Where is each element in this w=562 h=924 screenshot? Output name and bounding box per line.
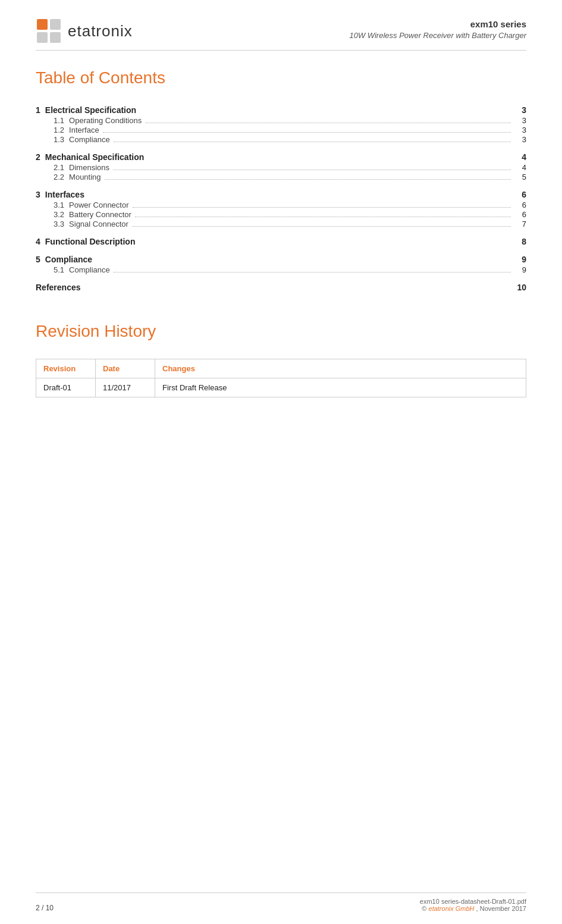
toc-sub-num-2-1: 2.1 <box>54 163 64 172</box>
page-footer: 2 / 10 exm10 series-datasheet-Draft-01.p… <box>36 892 526 912</box>
footer-copyright: © etatronix GmbH , November 2017 <box>420 905 526 912</box>
page: etatronix exm10 series 10W Wireless Powe… <box>0 0 562 924</box>
toc-sub-page-5-1: 9 <box>514 265 526 274</box>
toc-sub-label-3-1: Power Connector <box>69 201 128 209</box>
toc-main-entry-1: 1 Electrical Specification 3 <box>36 105 526 115</box>
toc-title: Table of Contents <box>36 68 526 87</box>
toc-sub-num-2-2: 2.2 <box>54 173 64 181</box>
col-header-changes: Changes <box>155 359 526 378</box>
logo-area: etatronix <box>36 18 133 44</box>
toc-sub-page-2-2: 5 <box>514 173 526 181</box>
copyright-prefix: © <box>422 905 426 912</box>
toc-sub-page-1-1: 3 <box>514 116 526 125</box>
toc-sub-page-3-3: 7 <box>514 220 526 228</box>
toc-page-4: 8 <box>514 237 526 246</box>
references-page: 10 <box>514 283 526 292</box>
toc-sub-num-3-2: 3.2 <box>54 210 64 219</box>
toc-section-2: 2 Mechanical Specification 4 2.1 Dimensi… <box>36 152 526 181</box>
toc-sub-2-1: 2.1 Dimensions 4 <box>36 163 526 172</box>
toc-num-5: 5 <box>36 255 40 264</box>
toc-sub-num-1-1: 1.1 <box>54 116 64 125</box>
revision-cell-revision: Draft-01 <box>36 378 96 397</box>
toc-sub-page-1-2: 3 <box>514 126 526 134</box>
toc-label-1: Electrical Specification <box>45 105 136 115</box>
toc-references: References 10 <box>36 283 526 292</box>
revision-table-header-row: Revision Date Changes <box>36 359 526 378</box>
toc-sub-label-1-2: Interface <box>69 126 99 134</box>
toc-section-5: 5 Compliance 9 5.1 Compliance 9 <box>36 255 526 274</box>
toc-num-4: 4 <box>36 237 40 246</box>
toc-num-1: 1 <box>36 105 40 115</box>
toc-section-3: 3 Interfaces 6 3.1 Power Connector 6 3.2… <box>36 190 526 228</box>
toc-sub-3-3: 3.3 Signal Connector 7 <box>36 220 526 228</box>
toc-sub-label-2-1: Dimensions <box>69 163 109 172</box>
svg-rect-0 <box>37 19 48 30</box>
toc-main-entry-2: 2 Mechanical Specification 4 <box>36 152 526 162</box>
toc-page-3: 6 <box>514 190 526 199</box>
revision-cell-changes: First Draft Release <box>155 378 526 397</box>
toc-main-entry-3: 3 Interfaces 6 <box>36 190 526 199</box>
toc-sub-num-3-1: 3.1 <box>54 201 64 209</box>
toc-num-2: 2 <box>36 152 40 162</box>
svg-rect-2 <box>37 32 48 43</box>
toc-sub-3-1: 3.1 Power Connector 6 <box>36 201 526 209</box>
toc-sub-1-2: 1.2 Interface 3 <box>36 126 526 134</box>
toc-sub-page-3-1: 6 <box>514 201 526 209</box>
toc-label-5: Compliance <box>45 255 92 264</box>
references-label: References <box>36 283 81 292</box>
toc-label-3: Interfaces <box>45 190 84 199</box>
toc-sub-label-3-2: Battery Connector <box>69 210 131 219</box>
toc-section-1: 1 Electrical Specification 3 1.1 Operati… <box>36 105 526 144</box>
toc-label-4: Functional Description <box>45 237 136 246</box>
copyright-date: , November 2017 <box>476 905 526 912</box>
header-right: exm10 series 10W Wireless Power Receiver… <box>349 18 526 41</box>
toc-main-entry-4: 4 Functional Description 8 <box>36 237 526 246</box>
toc-sub-page-3-2: 6 <box>514 210 526 219</box>
revision-row-1: Draft-01 11/2017 First Draft Release <box>36 378 526 397</box>
toc-sub-num-1-3: 1.3 <box>54 135 64 144</box>
toc-main-entry-5: 5 Compliance 9 <box>36 255 526 264</box>
header-series: exm10 series <box>349 18 526 30</box>
toc-page-1: 3 <box>514 105 526 115</box>
toc-sub-num-1-2: 1.2 <box>54 126 64 134</box>
toc-num-3: 3 <box>36 190 40 199</box>
toc-section-4: 4 Functional Description 8 <box>36 237 526 246</box>
col-header-date: Date <box>96 359 155 378</box>
page-header: etatronix exm10 series 10W Wireless Powe… <box>36 18 526 51</box>
toc-page-5: 9 <box>514 255 526 264</box>
copyright-entity: etatronix GmbH <box>429 905 475 912</box>
toc-sub-label-2-2: Mounting <box>69 173 101 181</box>
col-header-revision: Revision <box>36 359 96 378</box>
toc-sub-num-5-1: 5.1 <box>54 265 64 274</box>
svg-rect-3 <box>50 32 61 43</box>
footer-filename: exm10 series-datasheet-Draft-01.pdf <box>420 898 526 905</box>
toc-page-2: 4 <box>514 152 526 162</box>
footer-right: exm10 series-datasheet-Draft-01.pdf © et… <box>420 898 526 912</box>
toc-sub-label-3-3: Signal Connector <box>69 220 128 228</box>
revision-title: Revision History <box>36 322 526 341</box>
toc-sub-1-3: 1.3 Compliance 3 <box>36 135 526 144</box>
toc-sub-page-1-3: 3 <box>514 135 526 144</box>
toc-sub-5-1: 5.1 Compliance 9 <box>36 265 526 274</box>
revision-cell-date: 11/2017 <box>96 378 155 397</box>
toc-sub-label-1-3: Compliance <box>69 135 110 144</box>
toc-label-2: Mechanical Specification <box>45 152 145 162</box>
toc-sub-label-5-1: Compliance <box>69 265 110 274</box>
revision-table: Revision Date Changes Draft-01 11/2017 F… <box>36 359 526 397</box>
toc-sub-2-2: 2.2 Mounting 5 <box>36 173 526 181</box>
toc-sub-1-1: 1.1 Operating Conditions 3 <box>36 116 526 125</box>
header-subtitle: 10W Wireless Power Receiver with Battery… <box>349 30 526 41</box>
logo-icon <box>36 18 62 44</box>
toc-sub-page-2-1: 4 <box>514 163 526 172</box>
footer-page-indicator: 2 / 10 <box>36 904 54 912</box>
toc-sub-label-1-1: Operating Conditions <box>69 116 142 125</box>
svg-rect-1 <box>50 19 61 30</box>
logo-text: etatronix <box>68 22 133 40</box>
toc-body: 1 Electrical Specification 3 1.1 Operati… <box>36 105 526 292</box>
toc-sub-num-3-3: 3.3 <box>54 220 64 228</box>
toc-sub-3-2: 3.2 Battery Connector 6 <box>36 210 526 219</box>
